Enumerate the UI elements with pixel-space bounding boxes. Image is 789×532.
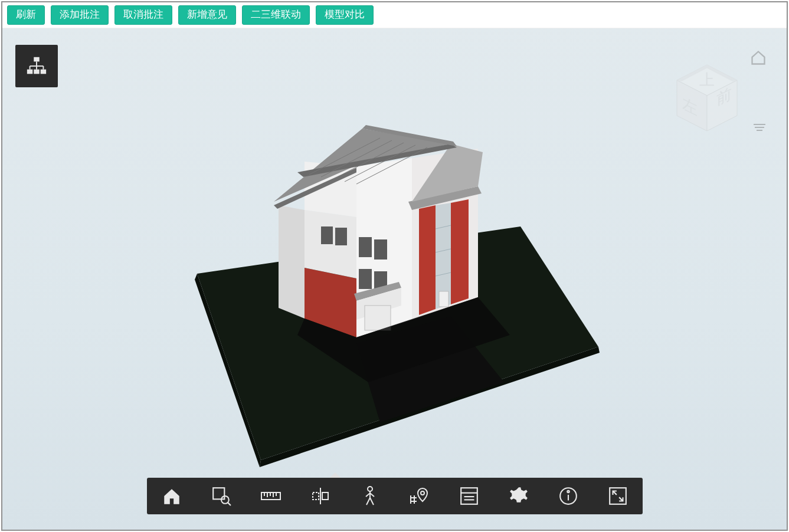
home-icon bbox=[750, 50, 767, 66]
svg-marker-22 bbox=[451, 199, 469, 304]
zoom-region-button[interactable] bbox=[211, 485, 232, 507]
cancel-annotation-button[interactable]: 取消批注 bbox=[114, 5, 172, 24]
svg-point-67 bbox=[368, 487, 372, 491]
viewcube-control[interactable]: 上 左 前 bbox=[669, 61, 745, 138]
viewcube-face-top[interactable]: 上 bbox=[699, 71, 715, 88]
home-button[interactable] bbox=[161, 485, 182, 507]
walk-button[interactable] bbox=[359, 485, 381, 507]
fullscreen-button[interactable] bbox=[607, 485, 628, 507]
svg-rect-45 bbox=[34, 70, 40, 74]
hierarchy-icon bbox=[25, 55, 48, 77]
svg-rect-27 bbox=[439, 291, 448, 307]
viewcube-menu-button[interactable] bbox=[752, 123, 767, 134]
toolbar-expand-arrow-icon[interactable] bbox=[330, 472, 341, 478]
zoom-region-icon bbox=[211, 486, 231, 506]
fullscreen-icon bbox=[608, 486, 628, 506]
svg-point-77 bbox=[516, 492, 521, 498]
svg-rect-13 bbox=[359, 269, 372, 289]
svg-point-68 bbox=[421, 491, 424, 495]
section-button[interactable] bbox=[310, 485, 331, 507]
add-annotation-button[interactable]: 添加批注 bbox=[51, 5, 109, 24]
svg-marker-6 bbox=[279, 205, 305, 318]
gear-icon bbox=[509, 486, 529, 506]
svg-rect-46 bbox=[41, 70, 47, 74]
svg-rect-66 bbox=[322, 492, 328, 500]
measure-button[interactable] bbox=[260, 485, 281, 507]
home-icon bbox=[162, 486, 182, 506]
settings-button[interactable] bbox=[508, 485, 529, 507]
section-icon bbox=[310, 486, 330, 506]
new-comment-button[interactable]: 新增意见 bbox=[178, 5, 236, 24]
svg-rect-15 bbox=[321, 226, 333, 244]
svg-point-80 bbox=[567, 491, 569, 492]
svg-rect-19 bbox=[365, 306, 391, 330]
top-toolbar: 刷新 添加批注 取消批注 新增意见 二三维联动 模型对比 bbox=[2, 2, 787, 28]
refresh-button[interactable]: 刷新 bbox=[7, 5, 45, 24]
menu-lines-icon bbox=[752, 123, 767, 132]
viewcube-home-button[interactable] bbox=[750, 50, 767, 66]
properties-icon bbox=[459, 486, 479, 506]
svg-rect-44 bbox=[27, 70, 33, 74]
person-icon bbox=[360, 486, 380, 506]
viewcube: 上 左 前 bbox=[663, 50, 769, 150]
svg-marker-21 bbox=[419, 205, 436, 315]
properties-button[interactable] bbox=[459, 485, 480, 507]
bottom-toolbar bbox=[147, 478, 643, 514]
svg-rect-12 bbox=[374, 239, 387, 260]
model-compare-button[interactable]: 模型对比 bbox=[316, 5, 374, 24]
map-pin-icon bbox=[410, 486, 430, 506]
svg-rect-11 bbox=[359, 237, 372, 257]
map-pin-button[interactable] bbox=[409, 485, 430, 507]
svg-rect-38 bbox=[34, 57, 40, 62]
svg-rect-65 bbox=[313, 492, 319, 500]
info-button[interactable] bbox=[558, 485, 579, 507]
svg-rect-81 bbox=[610, 488, 626, 504]
ruler-icon bbox=[261, 486, 281, 506]
model-tree-button[interactable] bbox=[15, 45, 58, 87]
info-icon bbox=[558, 486, 578, 506]
svg-rect-16 bbox=[335, 228, 347, 245]
svg-line-57 bbox=[227, 503, 230, 505]
link-2d3d-button[interactable]: 二三维联动 bbox=[242, 5, 310, 24]
